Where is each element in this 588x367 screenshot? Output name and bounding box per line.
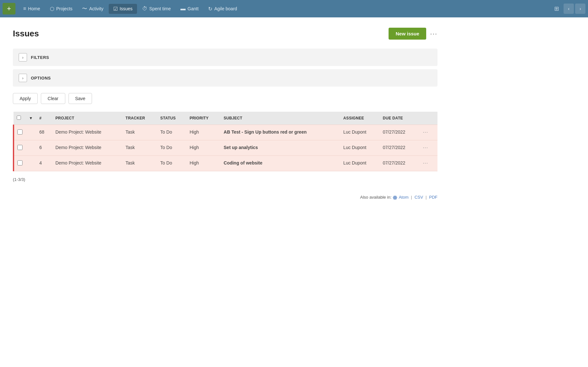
pagination-info: (1-3/3): [13, 177, 437, 182]
row-checkbox-cell: [14, 125, 26, 140]
row-checkbox-2[interactable]: [17, 160, 23, 165]
row-due-date-1: 07/27/2022: [380, 140, 418, 156]
nav-agile-board[interactable]: ↻ Agile board: [204, 4, 242, 14]
csv-link[interactable]: CSV: [415, 195, 423, 200]
separator-2: |: [426, 195, 427, 200]
clear-button[interactable]: Clear: [41, 93, 65, 104]
options-label: OPTIONS: [31, 76, 51, 80]
row-menu-1: ···: [418, 140, 437, 156]
table-row: 68 Demo Project: Website Task To Do High…: [14, 125, 437, 140]
row-sort-1: [26, 140, 36, 156]
action-buttons: Apply Clear Save: [13, 93, 437, 104]
th-project: PROJECT: [52, 112, 122, 125]
row-menu-0: ···: [418, 125, 437, 140]
row-subject-1: Set up analytics: [220, 140, 340, 156]
nav-issues-label: Issues: [120, 6, 133, 11]
nav-projects[interactable]: ⬡ Projects: [45, 4, 77, 14]
nav-gantt-label: Gantt: [188, 6, 198, 11]
row-status-2: To Do: [157, 156, 186, 171]
row-menu-button-1[interactable]: ···: [422, 145, 429, 151]
row-checkbox-0[interactable]: [17, 129, 23, 135]
svg-point-0: [394, 197, 396, 198]
page-title: Issues: [13, 29, 39, 39]
gantt-icon: ▬: [180, 6, 186, 12]
row-subject-0: AB Test - Sign Up buttons red or green: [220, 125, 340, 140]
filters-toggle-icon: ›: [22, 55, 23, 60]
row-priority-2: High: [186, 156, 220, 171]
nav-agile-board-label: Agile board: [214, 6, 237, 11]
row-project-0: Demo Project: Website: [52, 125, 122, 140]
row-assignee-1: Luc Dupont: [340, 140, 380, 156]
table-header: ▼ # PROJECT TRACKER STATUS PRIORITY SUBJ…: [14, 112, 437, 125]
apply-button[interactable]: Apply: [13, 93, 38, 104]
issues-table: ▼ # PROJECT TRACKER STATUS PRIORITY SUBJ…: [13, 112, 437, 171]
grid-icon: ⊞: [551, 3, 562, 14]
row-sort-2: [26, 156, 36, 171]
more-options-button[interactable]: ···: [430, 30, 437, 37]
th-priority: PRIORITY: [186, 112, 220, 125]
activity-icon: 〜: [82, 5, 87, 12]
row-id-1: 6: [36, 140, 52, 156]
row-id-2: 4: [36, 156, 52, 171]
page-footer: Also available in: Atom | CSV | PDF: [13, 195, 437, 200]
nav-spent-time[interactable]: ⏱ Spent time: [138, 4, 175, 14]
nav-activity[interactable]: 〜 Activity: [78, 4, 108, 14]
nav-prev-button[interactable]: ‹: [564, 4, 574, 14]
atom-icon: [393, 195, 397, 200]
row-due-date-0: 07/27/2022: [380, 125, 418, 140]
row-sort-0: [26, 125, 36, 140]
th-number: #: [36, 112, 52, 125]
issues-icon: ☑: [113, 6, 118, 12]
row-menu-button-2[interactable]: ···: [422, 160, 429, 166]
nav-gantt[interactable]: ▬ Gantt: [176, 4, 203, 14]
filters-toggle-button[interactable]: ›: [19, 53, 27, 61]
th-sort: ▼: [26, 112, 36, 125]
nav-next-button[interactable]: ›: [575, 4, 585, 14]
row-due-date-2: 07/27/2022: [380, 156, 418, 171]
row-tracker-1: Task: [122, 140, 157, 156]
nav-home[interactable]: ≡ Home: [19, 4, 45, 14]
row-status-0: To Do: [157, 125, 186, 140]
new-issue-button[interactable]: New issue: [389, 28, 426, 40]
row-tracker-2: Task: [122, 156, 157, 171]
th-actions: [418, 112, 437, 125]
page-content: Issues New issue ··· › FILTERS › OPTIONS…: [0, 17, 450, 210]
select-all-checkbox[interactable]: [17, 116, 21, 120]
home-icon: ≡: [23, 6, 26, 12]
row-project-1: Demo Project: Website: [52, 140, 122, 156]
row-tracker-0: Task: [122, 125, 157, 140]
th-status: STATUS: [157, 112, 186, 125]
row-checkbox-cell: [14, 140, 26, 156]
row-subject-2: Coding of website: [220, 156, 340, 171]
nav-right: ⊞ ‹ ›: [551, 3, 585, 14]
nav-spent-time-label: Spent time: [149, 6, 171, 11]
row-status-1: To Do: [157, 140, 186, 156]
projects-icon: ⬡: [50, 6, 54, 12]
row-priority-1: High: [186, 140, 220, 156]
page-header: Issues New issue ···: [13, 28, 437, 40]
row-assignee-2: Luc Dupont: [340, 156, 380, 171]
row-checkbox-1[interactable]: [17, 145, 23, 150]
row-assignee-0: Luc Dupont: [340, 125, 380, 140]
th-due-date: DUE DATE: [380, 112, 418, 125]
save-button[interactable]: Save: [69, 93, 92, 104]
filters-section[interactable]: › FILTERS: [13, 49, 437, 66]
plus-button[interactable]: +: [3, 3, 15, 14]
separator-1: |: [411, 195, 412, 200]
table-body: 68 Demo Project: Website Task To Do High…: [14, 125, 437, 171]
nav-projects-label: Projects: [56, 6, 73, 11]
th-checkbox: [14, 112, 26, 125]
atom-link[interactable]: Atom: [399, 195, 409, 200]
th-assignee: ASSIGNEE: [340, 112, 380, 125]
pdf-link[interactable]: PDF: [429, 195, 437, 200]
table-row: 4 Demo Project: Website Task To Do High …: [14, 156, 437, 171]
table-row: 6 Demo Project: Website Task To Do High …: [14, 140, 437, 156]
row-id-0: 68: [36, 125, 52, 140]
options-section[interactable]: › OPTIONS: [13, 69, 437, 87]
row-menu-button-0[interactable]: ···: [422, 129, 429, 135]
row-menu-2: ···: [418, 156, 437, 171]
nav-issues[interactable]: ☑ Issues: [109, 4, 137, 14]
options-toggle-button[interactable]: ›: [19, 74, 27, 82]
sort-icon: ▼: [29, 116, 33, 120]
row-checkbox-cell: [14, 156, 26, 171]
